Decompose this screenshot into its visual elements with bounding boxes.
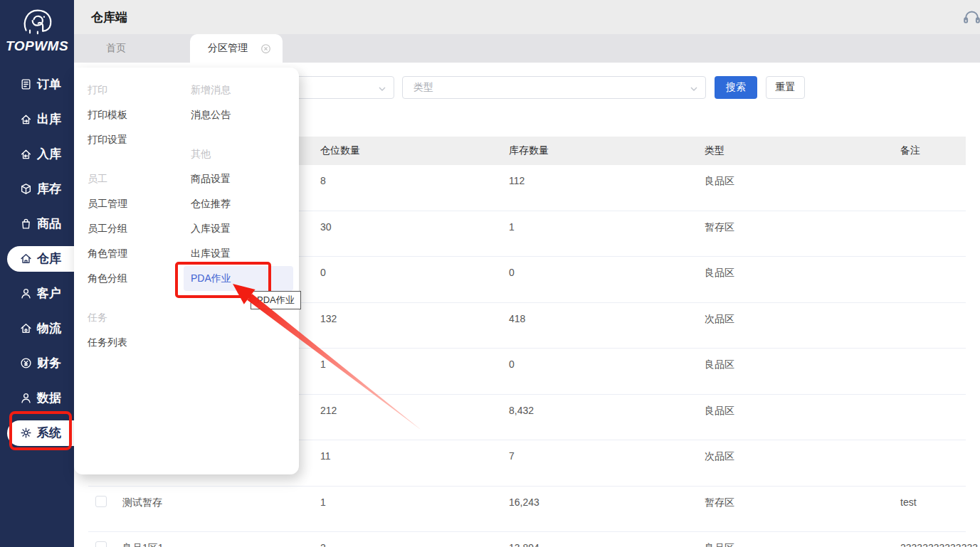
system-icon [20, 427, 32, 439]
slot-count-cell: 1 [313, 487, 502, 508]
sidebar-item-系统[interactable]: 系统 [0, 415, 74, 450]
menu-item-员工分组[interactable]: 员工分组 [88, 216, 187, 241]
slot-count-cell: 212 [313, 395, 502, 416]
sidebar-item-订单[interactable]: 订单 [0, 67, 74, 102]
menu-item-入库设置[interactable]: 入库设置 [191, 216, 290, 241]
sidebar-item-label: 出库 [37, 111, 61, 127]
chevron-down-icon [690, 83, 698, 92]
menu-item-出库设置[interactable]: 出库设置 [191, 241, 290, 266]
logistics-icon [20, 322, 32, 334]
slot-count-cell: 2 [313, 532, 502, 547]
sidebar-item-出库[interactable]: 出库 [0, 102, 74, 137]
outbound-icon [20, 113, 32, 125]
menu-section-header-新增消息: 新增消息 [191, 78, 290, 102]
search-button[interactable]: 搜索 [715, 76, 757, 99]
menu-item-角色分组[interactable]: 角色分组 [88, 266, 187, 291]
zone-type-cell: 暂存区 [697, 487, 893, 509]
menu-section-header-任务: 任务 [88, 305, 187, 330]
sidebar-item-pill: 订单 [7, 72, 74, 97]
sidebar-item-label: 系统 [37, 425, 61, 441]
tab-bar: 首页分区管理 [74, 34, 980, 63]
sidebar-item-label: 客户 [37, 285, 61, 302]
stock-count-cell: 418 [502, 303, 697, 324]
pda-tooltip: PDA作业 [251, 291, 301, 309]
table-row: 测试暂存116,243暂存区test [88, 487, 966, 533]
remark-cell [893, 303, 966, 313]
sidebar-item-pill: 出库 [7, 107, 74, 132]
stock-count-cell: 0 [502, 349, 697, 370]
menu-item-打印设置[interactable]: 打印设置 [88, 127, 187, 152]
slot-count-cell: 0 [313, 257, 502, 278]
menu-column-2: 新增消息消息公告其他商品设置仓位推荐入库设置出库设置PDA作业 [191, 78, 294, 474]
close-icon[interactable] [260, 43, 271, 54]
column-header-备注: 备注 [893, 137, 966, 157]
menu-item-任务列表[interactable]: 任务列表 [88, 330, 187, 355]
inbound-icon [20, 148, 32, 160]
sidebar-item-财务[interactable]: 财务 [0, 346, 74, 381]
menu-item-角色管理[interactable]: 角色管理 [88, 241, 187, 266]
app-logo: TOPWMS [0, 0, 74, 67]
zone-type-cell: 次品区 [697, 440, 893, 463]
filter-select-type[interactable]: 类型 [402, 76, 706, 99]
stock-count-cell: 7 [502, 440, 697, 462]
sidebar-item-pill: 入库 [7, 142, 74, 167]
sidebar-item-label: 商品 [37, 216, 61, 232]
menu-item-打印模板[interactable]: 打印模板 [88, 102, 187, 127]
zone-type-cell: 暂存区 [697, 211, 893, 234]
tab-label: 首页 [106, 42, 126, 55]
sidebar-item-客户[interactable]: 客户 [0, 276, 74, 311]
column-header-库存数量: 库存数量 [502, 137, 697, 157]
stock-count-cell: 13,894 [502, 532, 697, 547]
menu-item-商品设置[interactable]: 商品设置 [191, 166, 290, 191]
system-dropdown-menu: 打印打印模板打印设置员工员工管理员工分组角色管理角色分组任务任务列表新增消息消息… [74, 68, 299, 474]
row-checkbox[interactable] [95, 496, 107, 507]
sidebar-item-商品[interactable]: 商品 [0, 206, 74, 241]
menu-item-仓位推荐[interactable]: 仓位推荐 [191, 191, 290, 216]
menu-item-员工管理[interactable]: 员工管理 [88, 191, 187, 216]
inventory-icon [20, 183, 32, 195]
sidebar-item-仓库[interactable]: 仓库 [0, 241, 74, 276]
sidebar-nav: 订单出库入库库存商品仓库客户物流财务数据系统 [0, 67, 74, 450]
customer-icon [20, 287, 32, 299]
stock-count-cell: 112 [502, 165, 697, 186]
row-checkbox[interactable] [95, 541, 107, 547]
menu-item-PDA作业[interactable]: PDA作业 [184, 266, 293, 291]
stock-count-cell: 0 [502, 257, 697, 278]
tab-label: 分区管理 [208, 42, 248, 55]
sidebar-item-label: 数据 [37, 390, 61, 406]
tab-首页[interactable]: 首页 [88, 34, 190, 63]
row-checkbox-cell [88, 532, 114, 547]
row-checkbox-cell [88, 487, 114, 507]
slot-count-cell: 1 [313, 349, 502, 370]
sidebar-item-label: 仓库 [37, 250, 61, 267]
menu-item-消息公告[interactable]: 消息公告 [191, 102, 290, 127]
warehouse-icon [20, 253, 32, 265]
stock-count-cell: 8,432 [502, 395, 697, 416]
slot-count-cell: 132 [313, 303, 502, 324]
page-title: 仓库端 [91, 9, 127, 26]
tab-分区管理[interactable]: 分区管理 [190, 34, 283, 63]
zone-type-cell: 次品区 [697, 303, 893, 326]
remark-cell [893, 440, 966, 450]
top-header: 仓库端 [74, 0, 980, 34]
order-icon [20, 78, 32, 90]
zone-type-cell: 良品区 [697, 257, 893, 280]
reset-button[interactable]: 重置 [766, 76, 805, 99]
sidebar-item-label: 订单 [37, 76, 61, 92]
sidebar-item-物流[interactable]: 物流 [0, 311, 74, 346]
zone-type-cell: 良品区 [697, 349, 893, 371]
stock-count-cell: 16,243 [502, 487, 697, 508]
menu-column-1: 打印打印模板打印设置员工员工管理员工分组角色管理角色分组任务任务列表 [88, 78, 191, 474]
sidebar-item-label: 财务 [37, 355, 61, 371]
sidebar-item-库存[interactable]: 库存 [0, 171, 74, 206]
sidebar-item-label: 物流 [37, 320, 61, 336]
column-header-仓位数量: 仓位数量 [313, 137, 502, 157]
product-icon [20, 218, 32, 230]
finance-icon [20, 357, 32, 369]
sidebar-item-入库[interactable]: 入库 [0, 137, 74, 171]
sidebar-item-pill: 系统 [7, 420, 74, 446]
menu-section-header-其他: 其他 [191, 142, 290, 166]
headset-icon[interactable] [962, 8, 980, 27]
sidebar-item-pill: 财务 [7, 351, 74, 376]
sidebar-item-数据[interactable]: 数据 [0, 381, 74, 415]
